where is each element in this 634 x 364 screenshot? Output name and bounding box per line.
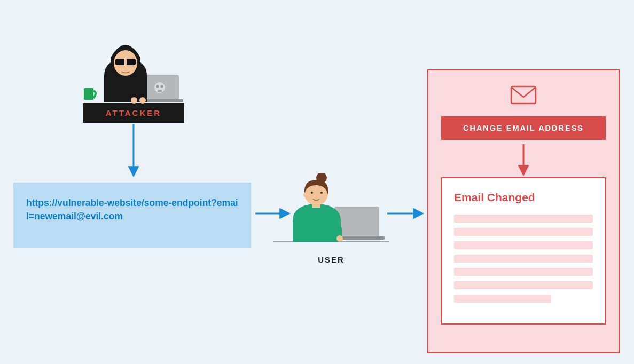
attacker-illustration (83, 27, 184, 104)
svg-point-12 (131, 97, 137, 104)
result-panel: CHANGE EMAIL ADDRESS Email Changed (427, 69, 620, 353)
svg-rect-24 (511, 86, 536, 104)
placeholder-line (454, 281, 593, 289)
malicious-url-box: https://vulnerable-website/some-endpoint… (13, 183, 251, 248)
svg-point-21 (311, 192, 313, 194)
email-icon (441, 85, 606, 107)
svg-point-23 (336, 235, 343, 242)
placeholder-line (454, 215, 593, 223)
malicious-url-text: https://vulnerable-website/some-endpoint… (26, 196, 238, 224)
result-card: Email Changed (441, 177, 606, 325)
placeholder-line (454, 255, 593, 263)
placeholder-line (454, 268, 593, 276)
user-illustration (272, 173, 390, 246)
placeholder-line (454, 295, 551, 303)
svg-rect-9 (124, 59, 127, 65)
user-figure: USER (272, 173, 390, 264)
attacker-figure: ATTACKER (83, 27, 184, 123)
placeholder-line (454, 228, 593, 236)
change-email-button: CHANGE EMAIL ADDRESS (441, 116, 606, 140)
svg-point-4 (156, 85, 159, 88)
user-label: USER (272, 255, 390, 264)
svg-point-5 (161, 85, 163, 88)
result-card-title: Email Changed (454, 191, 593, 204)
svg-point-20 (303, 193, 308, 197)
attacker-label: ATTACKER (83, 103, 184, 123)
svg-point-11 (139, 97, 146, 104)
placeholder-line (454, 241, 593, 249)
svg-rect-6 (158, 90, 162, 92)
svg-point-22 (320, 192, 323, 194)
svg-rect-0 (84, 88, 93, 100)
